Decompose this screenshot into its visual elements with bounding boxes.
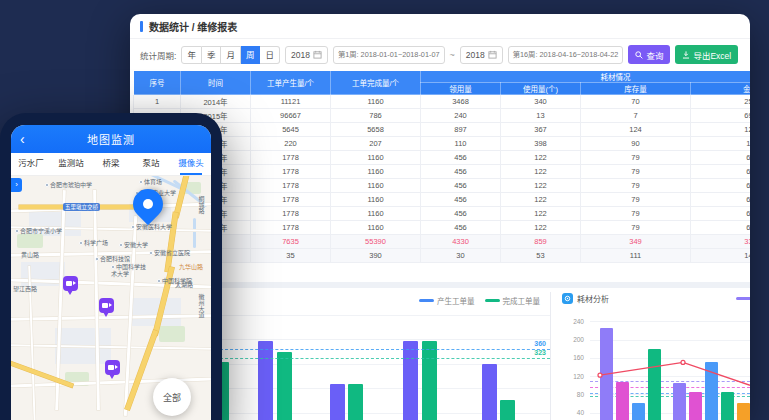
table-cell: 67 (691, 165, 751, 179)
phone-tab[interactable]: 摄像头 (171, 153, 211, 175)
table-cell: 67 (691, 151, 751, 165)
camera-marker[interactable] (63, 276, 78, 291)
table-cell: 79 (581, 151, 691, 165)
all-button[interactable]: 全部 (153, 378, 191, 416)
search-icon (635, 51, 643, 59)
phone-screen: ‹ 地图监测 污水厂监测站桥梁泵站摄像头 合肥市琥珀中学体育场安徽农业大学桐城路… (11, 125, 211, 420)
table-row: 12014年111211160346834070250 (134, 95, 751, 109)
average-row: 平均值353903053111140 (134, 249, 751, 263)
map-label: 桐城路 (197, 196, 206, 214)
map-park (159, 326, 185, 342)
table-cell: 250 (691, 95, 751, 109)
week-range-end[interactable]: 第16周: 2018-04-16~2018-04-22 (508, 46, 624, 64)
table-cell: 4330 (421, 235, 501, 249)
report-table: 序号时间工单产生量/个工单完成量/个耗材情况领用量使用量(个)库存量金额1201… (133, 70, 750, 263)
sub-column-header: 金额 (691, 83, 751, 95)
table-cell: 67 (691, 179, 751, 193)
group-header: 耗材情况 (421, 71, 751, 83)
table-row: 72020年177811604561227967 (134, 179, 751, 193)
table-cell: 1160 (331, 193, 421, 207)
bar-produced (330, 384, 345, 420)
legend-line-swatch (485, 299, 500, 302)
period-option[interactable]: 日 (260, 46, 280, 64)
table-row: 102023年177811604561227967 (134, 221, 751, 235)
back-icon[interactable]: ‹ (20, 127, 25, 151)
average-line (220, 358, 550, 359)
camera-marker[interactable] (99, 298, 114, 313)
map-park (17, 234, 43, 248)
year-end-value: 2018 (466, 50, 485, 60)
period-option[interactable]: 月 (221, 46, 241, 64)
poi-icon (119, 243, 123, 247)
map-view[interactable]: 合肥市琥珀中学体育场安徽农业大学桐城路五里墩立交桥合肥市宁溪小学安徽医科大学科学… (11, 176, 211, 420)
page-background: 数据统计 / 维修报表 统计周期: 年季月周日 2018 第1周: 2018-0… (0, 0, 769, 420)
table-cell: 1778 (251, 207, 331, 221)
legend-item: 完成工单量 (485, 295, 541, 306)
period-option[interactable]: 周 (241, 46, 261, 64)
table-cell: 1778 (251, 193, 331, 207)
table-cell: 2014年 (181, 95, 251, 109)
phone-tab[interactable]: 桥梁 (91, 153, 131, 175)
sub-column-header: 库存量 (581, 83, 691, 95)
table-cell: 1778 (251, 165, 331, 179)
table-cell: 122 (501, 193, 581, 207)
table-cell: 129 (691, 123, 751, 137)
table-cell: 340 (501, 95, 581, 109)
marker-tail (67, 290, 73, 295)
bar-completed (277, 352, 292, 420)
filter-bar: 统计周期: 年季月周日 2018 第1周: 2018-01-01~2018-01… (130, 39, 750, 70)
table-cell: 897 (421, 123, 501, 137)
average-line (220, 349, 550, 350)
table-cell: 349 (581, 235, 691, 249)
phone-tab-bar: 污水厂监测站桥梁泵站摄像头 (11, 153, 211, 176)
map-label: 安徽省立医院 (149, 248, 190, 257)
phone-page-title: 地图监测 (87, 131, 135, 147)
table-cell: 5658 (331, 123, 421, 137)
table-cell: 122 (501, 165, 581, 179)
table-cell: 456 (421, 221, 501, 235)
phone-tab[interactable]: 泵站 (131, 153, 171, 175)
camera-marker[interactable] (105, 360, 120, 375)
map-label: 科学广场 (79, 238, 108, 247)
query-button[interactable]: 查询 (628, 45, 670, 64)
table-cell: 122 (501, 207, 581, 221)
table-cell: 5645 (251, 123, 331, 137)
table-cell: 859 (501, 235, 581, 249)
table-cell: 90 (581, 137, 691, 151)
table-cell: 53 (501, 249, 581, 263)
table-cell: 3468 (421, 95, 501, 109)
phone-tab[interactable]: 污水厂 (11, 153, 51, 175)
week-range-start[interactable]: 第1周: 2018-01-01~2018-01-07 (333, 46, 445, 64)
breadcrumb: 数据统计 / 维修报表 (130, 14, 750, 39)
poi-icon (79, 241, 83, 245)
period-option[interactable]: 年 (181, 46, 202, 64)
export-excel-button[interactable]: 导出Excel (675, 45, 738, 64)
table-cell: 67 (691, 193, 751, 207)
legend-line-swatch (419, 299, 434, 302)
table-cell: 140 (691, 249, 751, 263)
map-label: 太湖路 (175, 280, 193, 289)
year-end-select[interactable]: 2018 (460, 46, 503, 64)
period-option[interactable]: 季 (202, 46, 222, 64)
bar-completed (348, 384, 363, 420)
table-cell: 220 (251, 137, 331, 151)
table-cell: 1778 (251, 221, 331, 235)
column-header: 工单完成量/个 (331, 71, 421, 95)
table-cell: 19 (691, 137, 751, 151)
bar-produced (403, 341, 418, 420)
poi-icon (111, 265, 115, 269)
map-label: 体育场 (139, 177, 162, 186)
table-row: 52018年177811604561227967 (134, 151, 751, 165)
phone-tab[interactable]: 监测站 (51, 153, 91, 175)
year-start-select[interactable]: 2018 (285, 46, 328, 64)
table-cell: 70 (581, 95, 691, 109)
period-label: 统计周期: (140, 49, 176, 61)
map-label: 徽州大道 (197, 294, 206, 318)
map-label: 九华山路 (179, 262, 203, 271)
table-cell: 124 (581, 123, 691, 137)
map-label: 安徽医科大学 (131, 222, 172, 231)
table-cell: 1160 (331, 179, 421, 193)
table-cell: 11121 (251, 95, 331, 109)
expand-toggle[interactable]: › (11, 178, 22, 192)
table-cell: 55390 (331, 235, 421, 249)
